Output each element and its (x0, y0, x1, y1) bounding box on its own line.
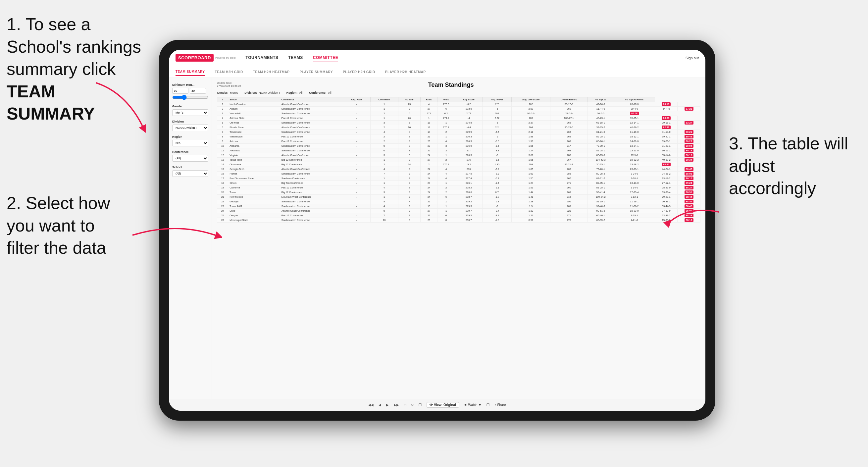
subnav-player-h2h-grid[interactable]: PLAYER H2H GRID (343, 68, 375, 75)
filter-conference-value: All (328, 91, 332, 94)
table-row: 21New MexicoMountain West Conference-192… (217, 195, 701, 199)
subnav-player-h2h-heatmap[interactable]: PLAYER H2H HEATMAP (385, 68, 426, 75)
standings-table: # School Conference Avg. Rank Conf Rank … (217, 97, 701, 223)
navbar: SCOREBOARD Powered by clippi TOURNAMENTS… (169, 50, 705, 66)
subnav-team-summary[interactable]: TEAM SUMMARY (176, 68, 205, 76)
col-adj-score: Adj. Score (455, 97, 483, 102)
table-row: 20TexasBig 12 Conference-38242278.60.71.… (217, 190, 701, 195)
table-row: 12VirginiaAtlantic Coast Conference-3824… (217, 153, 701, 158)
table-row: 10AlabamaSoutheastern Conference-5823327… (217, 144, 701, 148)
table-header-info: Update time: 27/03/2024 16:56:26 Team St… (217, 82, 701, 88)
copy-btn[interactable]: □ (404, 403, 406, 407)
main-content: Minimum Rou... Gender Men's Division (169, 78, 705, 399)
instruction-2: 2. Select howyou want tofilter the data (7, 192, 132, 259)
col-wins: Wins (437, 97, 455, 102)
share-icon[interactable]: ❐ (418, 403, 422, 407)
nav-links: TOURNAMENTS TEAMS COMMITTEE (246, 54, 685, 62)
min-rou-min-input[interactable] (172, 88, 188, 94)
table-row: 25OregonPac-12 Conference-79210279.5-3.1… (217, 213, 701, 218)
update-time-label: Update time: (217, 82, 241, 85)
filter-conference: Conference: All (309, 91, 332, 94)
table-row: 1North CarolinaAtlantic Coast Conference… (217, 102, 701, 107)
table-row: 14OklahomaBig 12 Conference-2242276.9-5.… (217, 162, 701, 167)
logo-sub: Powered by clippi (215, 56, 236, 59)
bottom-bar: ◀◀ ◀ ▶ ▶▶ □ ↻ ❐ 👁 View: Original 👁 Watch… (169, 399, 705, 411)
filter-row: Gender: Men's Division: NCAA Division I … (217, 91, 701, 94)
filter-division-value: NCAA Division I (259, 91, 280, 94)
next-btn[interactable]: ▶▶ (394, 403, 399, 407)
update-time-value: 27/03/2024 16:56:26 (217, 85, 241, 88)
sidebar-region: Region N/A (172, 135, 208, 146)
table-row: 3VanderbiltSoutheastern Conference-25271… (217, 111, 701, 116)
table-row: 24DukeAtlantic Coast Conference-59271279… (217, 209, 701, 213)
table-title: Team Standings (241, 82, 661, 88)
col-avg-low-score: Avg. Low Score (511, 97, 550, 102)
instruction-3: 3. The table willadjust accordingly (729, 132, 861, 200)
nav-tournaments[interactable]: TOURNAMENTS (246, 54, 279, 62)
col-conference: Conference (280, 97, 343, 102)
table-row: 23Texas A&MSoutheastern Conference-49101… (217, 204, 701, 209)
expand-btn[interactable]: ❐ (487, 403, 490, 407)
table-area: Update time: 27/03/2024 16:56:26 Team St… (212, 78, 705, 399)
filter-division-label: Division: (244, 91, 257, 94)
table-row: 8WashingtonPac-12 Conference-28231276.3-… (217, 134, 701, 139)
filter-gender: Gender: Men's (217, 91, 238, 94)
arrow-1 (86, 73, 152, 139)
tablet: SCOREBOARD Powered by clippi TOURNAMENTS… (159, 40, 715, 421)
sidebar-gender: Gender Men's (172, 105, 208, 116)
filter-region: Region: All (286, 91, 303, 94)
col-no-tour: No Tour (398, 97, 421, 102)
instruction-2-text: 2. Select howyou want tofilter the data (7, 192, 132, 259)
sign-out-link[interactable]: Sign out (685, 56, 699, 60)
subnav-team-h2h-grid[interactable]: TEAM H2H GRID (215, 68, 243, 75)
next-single-btn[interactable]: ▶ (386, 403, 389, 407)
table-row: 13Texas TechBig 12 Conference-19272276-3… (217, 158, 701, 162)
nav-committee[interactable]: COMMITTEE (313, 54, 338, 62)
filter-region-label: Region: (286, 91, 298, 94)
table-row: 16FloridaSoutheastern Conference-7924427… (217, 172, 701, 176)
col-conf-rank: Conf Rank (370, 97, 398, 102)
table-row: 22GeorgiaSoutheastern Conference-8721127… (217, 199, 701, 204)
min-rou-slider[interactable] (172, 95, 208, 100)
arrow-2 (129, 215, 222, 255)
division-label: Division (172, 120, 208, 123)
share-btn[interactable]: ↑ Share (494, 403, 506, 407)
table-row: 5Ole MissSoutheastern Conference-3618127… (217, 121, 701, 125)
filter-division: Division: NCAA Division I (244, 91, 280, 94)
filter-conference-label: Conference: (309, 91, 327, 94)
instruction-1-bold: TEAM SUMMARY (7, 82, 95, 124)
nav-teams[interactable]: TEAMS (288, 54, 303, 62)
update-time: Update time: 27/03/2024 16:56:26 (217, 82, 241, 88)
view-original-btn[interactable]: 👁 View: Original (427, 402, 459, 408)
col-overall-record: Overall Record (550, 97, 588, 102)
prev-single-btn[interactable]: ◀ (378, 403, 381, 407)
table-row: 4Arizona StatePac-12 Conference-1261274.… (217, 116, 701, 121)
col-vs-top-25: Vs Top 25 (588, 97, 614, 102)
gender-select[interactable]: Men's (172, 109, 208, 116)
arrow-3 (659, 199, 725, 239)
col-rank: # (217, 97, 228, 102)
subnav-team-h2h-heatmap[interactable]: TEAM H2H HEATMAP (253, 68, 290, 75)
subnav: TEAM SUMMARY TEAM H2H GRID TEAM H2H HEAT… (169, 66, 705, 78)
col-school: School (228, 97, 280, 102)
table-row: 17East Tennessee StateSouthern Conferenc… (217, 176, 701, 181)
watch-btn[interactable]: 👁 Watch ▼ (464, 403, 482, 407)
instruction-3-text: 3. The table willadjust accordingly (729, 132, 861, 200)
subnav-player-summary[interactable]: PLAYER SUMMARY (299, 68, 333, 75)
prev-btn[interactable]: ◀◀ (368, 403, 374, 407)
table-row: 7TennesseeSoutheastern Conference-481822… (217, 130, 701, 134)
table-row: 19CaliforniaPac-12 Conference-48242278.2… (217, 185, 701, 190)
col-rnds: Rnds (421, 97, 437, 102)
table-row: 18IllinoisBig Ten Conference-19231276.1-… (217, 181, 701, 185)
sidebar-conference: Conference (All) (172, 150, 208, 162)
min-rou-max-input[interactable] (190, 88, 206, 94)
region-select[interactable]: N/A (172, 140, 208, 146)
school-select[interactable]: (All) (172, 170, 208, 177)
col-avg-rank: Avg. Rank (343, 97, 370, 102)
division-select[interactable]: NCAA Division I (172, 125, 208, 131)
sidebar-min-rou: Minimum Rou... (172, 83, 208, 101)
conference-select[interactable]: (All) (172, 155, 208, 162)
table-row: 26Mississippi StateSoutheastern Conferen… (217, 218, 701, 223)
refresh-btn[interactable]: ↻ (411, 403, 414, 407)
school-label: School (172, 165, 208, 169)
